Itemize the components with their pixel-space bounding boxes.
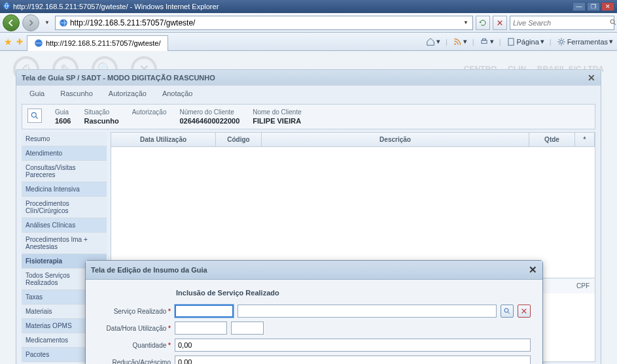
page-icon [59, 18, 68, 27]
sidebar-item-resumo[interactable]: Resumo [22, 132, 107, 146]
menu-autorizacao[interactable]: Autorização [109, 90, 147, 97]
footer-cpf: CPF [576, 282, 590, 290]
search-input[interactable] [510, 19, 607, 27]
close-window-button[interactable]: ✕ [601, 2, 614, 11]
home-button[interactable]: ▾ [426, 37, 440, 46]
modal-close-icon[interactable]: ✕ [529, 264, 537, 276]
col-data[interactable]: Data Utilização [111, 133, 216, 146]
numcli-label: Número do Cliente [179, 108, 239, 116]
servico-desc-input[interactable] [238, 305, 497, 318]
hora-input[interactable] [231, 322, 264, 335]
maximize-button[interactable]: ❐ [587, 2, 600, 11]
browser-tab[interactable]: http://192.168.5.211:57057/gwteste/ [27, 35, 168, 51]
search-go-icon[interactable] [607, 18, 617, 27]
datahora-label: Data/Hora Utilização * [97, 325, 171, 332]
col-codigo[interactable]: Código [216, 133, 262, 146]
favorites-icon[interactable]: ★ [4, 37, 12, 47]
back-button[interactable] [3, 14, 20, 31]
forward-button[interactable] [22, 14, 39, 31]
nomcli-value: FILIPE VIEIRA [253, 117, 301, 125]
menu-anotacao[interactable]: Anotação [162, 90, 192, 97]
grid-header: Data Utilização Código Descrição Qtde * [111, 133, 595, 147]
window-title: http://192.168.5.211:57057/gwteste/ - Wi… [13, 3, 219, 10]
svg-point-8 [559, 40, 563, 43]
svg-rect-5 [482, 40, 487, 43]
svg-rect-6 [482, 39, 485, 40]
url-input[interactable] [70, 17, 461, 29]
sidebar-item-analise[interactable]: Análises Clínicas [22, 218, 107, 233]
numcli-value: 026464600022000 [179, 117, 239, 125]
refresh-button[interactable] [476, 16, 490, 30]
menu-rascunho[interactable]: Rascunho [60, 90, 93, 97]
stop-button[interactable] [493, 16, 507, 30]
data-input[interactable] [175, 322, 227, 335]
tab-label: http://192.168.5.211:57057/gwteste/ [46, 39, 161, 47]
qtd-input[interactable] [175, 339, 531, 352]
feeds-button[interactable]: ▾ [453, 37, 467, 46]
search-icon[interactable] [27, 108, 42, 123]
servico-label: Serviço Realizado * [97, 308, 171, 315]
modal-heading: Inclusão de Serviço Realizado [176, 289, 531, 297]
servico-code-input[interactable] [175, 305, 234, 318]
sidebar-item-medint[interactable]: Medicina Intensiva [22, 182, 107, 197]
url-dropdown[interactable]: ▼ [461, 20, 471, 25]
window-titlebar: http://192.168.5.211:57057/gwteste/ - Wi… [0, 0, 617, 13]
address-bar[interactable]: ▼ [55, 16, 473, 30]
panel-info-bar: Guia 1606 Situação Rascunho Autorização … [22, 104, 595, 129]
panel-close-icon[interactable]: ✕ [588, 73, 595, 83]
autorizacao-label: Autorização [132, 108, 167, 116]
col-descricao[interactable]: Descrição [262, 133, 529, 146]
svg-point-10 [504, 308, 508, 312]
add-favorite-icon[interactable]: ✚ [16, 37, 23, 46]
nomcli-label: Nome do Cliente [253, 108, 301, 116]
nav-history-dropdown[interactable]: ▼ [42, 20, 52, 25]
panel-menu: Guia Rascunho Autorização Anotação [16, 86, 601, 101]
svg-rect-7 [508, 38, 513, 45]
tools-menu[interactable]: Ferramentas ▾ [557, 37, 613, 46]
qtd-label: Quantidade * [97, 342, 171, 349]
page-content: ⎙ ✎ 🔍 ✕ CENTRO ... CLIN ... BRASIL S/C L… [0, 51, 617, 364]
guia-value: 1606 [55, 117, 71, 125]
ie-icon [3, 2, 10, 11]
search-box[interactable] [510, 16, 614, 30]
tabs-bar: ★ ✚ http://192.168.5.211:57057/gwteste/ … [0, 33, 617, 51]
menu-guia[interactable]: Guia [29, 90, 44, 97]
reduc-label: Redução/Acréscimo [97, 359, 171, 365]
situacao-label: Situação [84, 108, 118, 116]
reduc-input[interactable] [175, 356, 531, 364]
modal-title-text: Tela de Edição de Insumo da Guia [91, 266, 207, 274]
sidebar-item-consultas[interactable]: Consultas/Visitas Pareceres [22, 161, 107, 182]
print-button[interactable]: ▾ [480, 37, 494, 46]
nav-toolbar: ▼ ▼ [0, 13, 617, 33]
situacao-value: Rascunho [84, 117, 118, 125]
sidebar-item-atendimento[interactable]: Atendimento [22, 146, 107, 161]
sidebar-item-procima[interactable]: Procedimentos Ima + Anestesias [22, 233, 107, 254]
lookup-icon[interactable] [501, 305, 514, 318]
col-qtde[interactable]: Qtde [529, 133, 575, 146]
svg-point-4 [454, 43, 455, 44]
panel-title-text: Tela de Guia SP / SADT - MODO DIGITAÇÃO … [22, 74, 215, 82]
modal-dialog: Tela de Edição de Insumo da Guia ✕ Inclu… [85, 260, 543, 364]
svg-point-2 [610, 20, 614, 24]
col-star[interactable]: * [575, 133, 595, 146]
sidebar-item-proc[interactable]: Procedimentos Clín/Cirúrgicos [22, 197, 107, 218]
tab-page-icon [34, 39, 43, 48]
minimize-button[interactable]: — [573, 2, 586, 11]
page-menu[interactable]: Página ▾ [506, 37, 544, 46]
clear-icon[interactable] [518, 305, 531, 318]
guia-label: Guia [55, 108, 71, 116]
svg-point-9 [31, 112, 36, 117]
